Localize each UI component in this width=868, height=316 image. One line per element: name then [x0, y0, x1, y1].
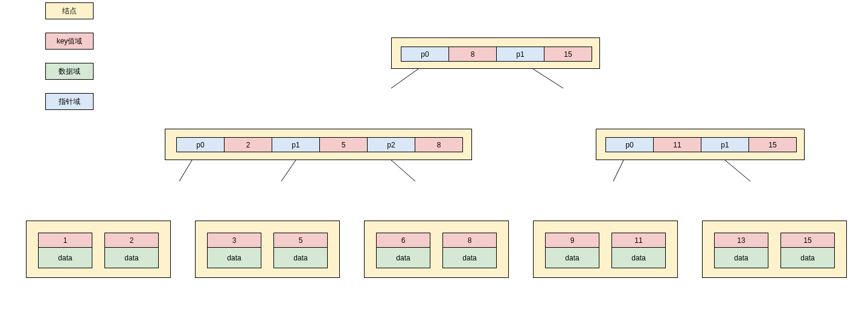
leaf-0-entry-0-data: data [38, 247, 92, 268]
leaf-0-entry-1-data: data [104, 247, 159, 268]
leaf-3-entry-0-key: 9 [545, 233, 599, 248]
legend-key: key值域 [45, 33, 94, 50]
internal-0-cell-2: p1 [272, 137, 320, 152]
edge-int0-p1 [281, 160, 296, 181]
edge-int0-p0 [179, 160, 192, 181]
leaf-1-entry-1-data: data [273, 247, 328, 268]
leaf-3-entry-0-data: data [545, 247, 599, 268]
internal-0-cell-4: p2 [367, 137, 415, 152]
leaf-2-entry-0-data: data [376, 247, 430, 268]
edge-root-p0 [391, 69, 418, 88]
internal-1-cell-0: p0 [605, 137, 654, 152]
internal-0-cell-5: 8 [415, 137, 463, 152]
edge-int0-p2 [391, 160, 415, 181]
internal-1-cell-2: p1 [701, 137, 749, 152]
leaf-2-entry-1-data: data [442, 247, 497, 268]
root-cell-1: 8 [448, 47, 497, 62]
leaf-0-entry-1-key: 2 [104, 233, 159, 248]
btree-diagram: 结点 key值域 数据域 指针域 p0 8 p1 15 p0 2 p1 5 p2… [0, 0, 868, 316]
legend-ptr: 指针域 [45, 93, 94, 110]
edge-root-p1 [533, 69, 563, 88]
root-cell-3: 15 [544, 47, 592, 62]
leaf-2-entry-1-key: 8 [442, 233, 497, 248]
leaf-4-entry-1-data: data [780, 247, 835, 268]
legend-data: 数据域 [45, 63, 94, 80]
leaf-1-entry-0-data: data [207, 247, 261, 268]
internal-0-cell-1: 2 [224, 137, 272, 152]
leaf-3-entry-1-key: 11 [611, 233, 666, 248]
legend-node: 结点 [45, 2, 94, 19]
internal-1-cell-1: 11 [653, 137, 701, 152]
internal-1-cell-3: 15 [748, 137, 797, 152]
leaf-4-entry-0-key: 13 [714, 233, 768, 248]
leaf-3-entry-1-data: data [611, 247, 666, 268]
root-cell-0: p0 [401, 47, 449, 62]
leaf-4-entry-1-key: 15 [780, 233, 835, 248]
edge-int1-p1 [725, 160, 750, 181]
internal-0-cell-3: 5 [319, 137, 368, 152]
leaf-4-entry-0-data: data [714, 247, 768, 268]
root-cell-2: p1 [496, 47, 544, 62]
leaf-1-entry-0-key: 3 [207, 233, 261, 248]
internal-0-cell-0: p0 [176, 137, 225, 152]
edge-int1-p0 [613, 160, 624, 181]
leaf-1-entry-1-key: 5 [273, 233, 328, 248]
leaf-0-entry-0-key: 1 [38, 233, 92, 248]
leaf-2-entry-0-key: 6 [376, 233, 430, 248]
